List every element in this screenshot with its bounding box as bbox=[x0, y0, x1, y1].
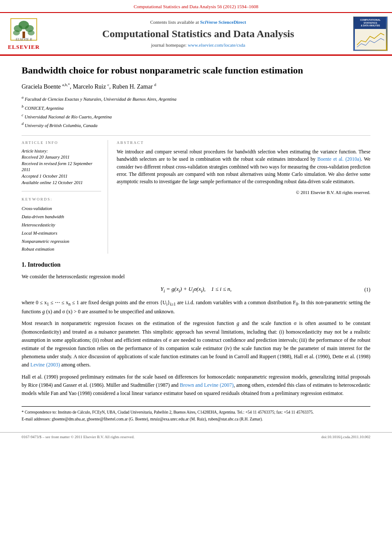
svg-point-5 bbox=[13, 30, 20, 35]
svg-rect-4 bbox=[22, 32, 25, 38]
accepted-date: Accepted 1 October 2011 bbox=[22, 173, 101, 180]
keywords-section: Keywords: Cross-validation Data-driven b… bbox=[22, 197, 101, 254]
keyword-3: Heteroscedasticity bbox=[22, 221, 101, 229]
main-content: Bandwidth choice for robust nonparametri… bbox=[0, 56, 392, 432]
svg-text:& DATA ANALYSIS: & DATA ANALYSIS bbox=[361, 24, 380, 27]
intro-section: 1. Introduction We consider the heterosc… bbox=[22, 261, 370, 398]
intro-para2: where 0 ≤ x1 ≤ ⋯ ≤ xn ≤ 1 are fixed desi… bbox=[22, 299, 370, 316]
copyright: © 2011 Elsevier B.V. All rights reserved… bbox=[117, 190, 370, 196]
affiliations: a Facultad de Ciencias Exactas y Natural… bbox=[22, 94, 370, 129]
journal-cover-thumbnail: COMPUTATIONAL STATISTICS & DATA ANALYSIS bbox=[353, 16, 388, 51]
homepage-link[interactable]: www.elsevier.com/locate/csda bbox=[188, 42, 245, 48]
svg-text:COMPUTATIONAL: COMPUTATIONAL bbox=[360, 19, 381, 21]
keywords-list: Cross-validation Data-driven bandwidth H… bbox=[22, 205, 101, 254]
cover-text: COMPUTATIONAL STATISTICS & DATA ANALYSIS bbox=[354, 16, 387, 52]
article-info-abstract: Article Info Article history: Received 2… bbox=[22, 135, 370, 254]
contents-line: Contents lists available at SciVerse Sci… bbox=[48, 19, 349, 25]
footnote-email: E-mail addresses: gboente@dm.uba.ar, gbo… bbox=[22, 416, 370, 422]
available-date: Available online 12 October 2011 bbox=[22, 180, 101, 186]
keyword-2: Data-driven bandwidth bbox=[22, 213, 101, 221]
svg-rect-13 bbox=[355, 29, 386, 50]
footer-bar: 0167-9473/$ – see front matter © 2011 El… bbox=[0, 432, 392, 442]
sciverse-link[interactable]: SciVerse ScienceDirect bbox=[200, 19, 246, 25]
intro-para3: Most research in nonparametric regressio… bbox=[22, 319, 370, 369]
authors-line: Graciela Boente a,b,*, Marcelo Ruiz c, R… bbox=[22, 82, 370, 91]
keyword-5: Nonparametric regression bbox=[22, 238, 101, 246]
article-info-label: Article Info bbox=[22, 140, 101, 146]
keyword-1: Cross-validation bbox=[22, 205, 101, 213]
elsevier-label: ELSEVIER bbox=[8, 43, 40, 51]
keyword-6: Robust estimation bbox=[22, 245, 101, 254]
footnote-correspondence: * Correspondence to: Instituto de Cálcul… bbox=[22, 409, 370, 415]
revised-date: Received in revised form 12 September 20… bbox=[22, 161, 101, 173]
elsevier-logo: ELSEVIE R ELSEVIER bbox=[4, 16, 43, 51]
intro-heading: 1. Introduction bbox=[22, 261, 370, 269]
formula-block: Yi = g(xi) + Uiσ(xi), 1 ≤ i ≤ n, (1) bbox=[22, 285, 370, 294]
journal-homepage: journal homepage: www.elsevier.com/locat… bbox=[48, 42, 349, 48]
footnote-section: * Correspondence to: Instituto de Cálcul… bbox=[22, 406, 370, 423]
keywords-label: Keywords: bbox=[22, 197, 101, 202]
right-column: Abstract We introduce and compare severa… bbox=[117, 140, 370, 254]
elsevier-tree-icon: ELSEVIE R bbox=[9, 16, 39, 42]
abstract-text: We introduce and compare several robust … bbox=[117, 148, 370, 185]
formula-number: (1) bbox=[364, 286, 370, 293]
journal-header-bar: Computational Statistics and Data Analys… bbox=[0, 0, 392, 13]
svg-point-6 bbox=[28, 30, 35, 35]
header-center: Contents lists available at SciVerse Sci… bbox=[48, 19, 349, 48]
levine-2003-link[interactable]: Levine (2003) bbox=[30, 362, 60, 368]
svg-text:ELSEVIE R: ELSEVIE R bbox=[15, 38, 32, 41]
left-column: Article Info Article history: Received 2… bbox=[22, 140, 108, 254]
received-date: Received 20 January 2011 bbox=[22, 154, 101, 161]
paper-title: Bandwidth choice for robust nonparametri… bbox=[22, 64, 370, 77]
intro-para1: We consider the heteroscedastic regressi… bbox=[22, 273, 370, 281]
journal-title: Computational Statistics and Data Analys… bbox=[48, 28, 349, 40]
history-label: Article history: bbox=[22, 148, 101, 154]
keyword-4: Local M-estimators bbox=[22, 229, 101, 238]
header-band: ELSEVIE R ELSEVIER Contents lists availa… bbox=[0, 13, 392, 56]
intro-para4: Hall et al. (1990) proposed preliminary … bbox=[22, 373, 370, 398]
brown-levine-link[interactable]: Brown and Levine (2007) bbox=[180, 382, 233, 388]
journal-header-link[interactable]: Computational Statistics and Data Analys… bbox=[134, 4, 258, 9]
footer-issn: 0167-9473/$ – see front matter © 2011 El… bbox=[22, 434, 134, 440]
footer-doi: doi:10.1016/j.csda.2011.10.002 bbox=[322, 434, 370, 440]
divider-history bbox=[22, 191, 101, 191]
article-history: Article history: Received 20 January 201… bbox=[22, 148, 101, 186]
abstract-label: Abstract bbox=[117, 140, 370, 146]
formula-text: Yi = g(xi) + Uiσ(xi), 1 ≤ i ≤ n, bbox=[160, 285, 231, 294]
boente-ref-link[interactable]: Boente et al. (2010a) bbox=[317, 156, 361, 162]
